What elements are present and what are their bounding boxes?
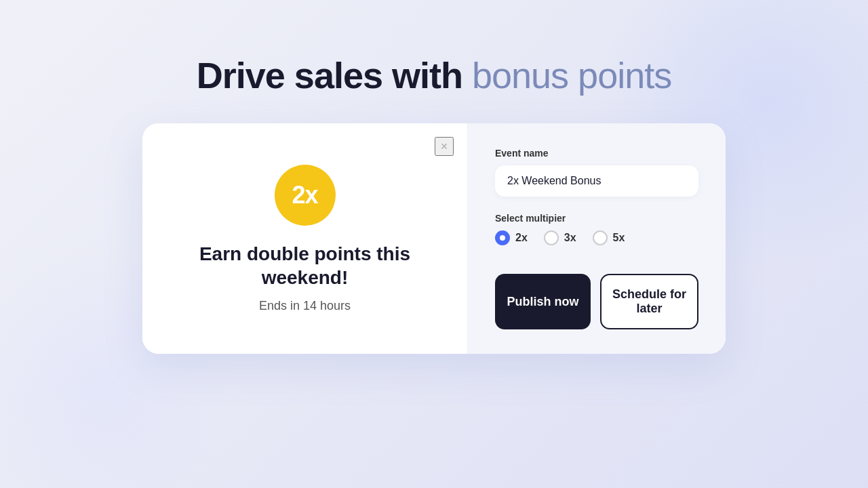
preview-headline: Earn double points this weekend! [170, 242, 440, 289]
bonus-badge-text: 2x [292, 181, 317, 209]
multiplier-label-3x: 3x [564, 232, 576, 244]
radio-5x[interactable] [593, 230, 608, 245]
multiplier-options: 2x 3x 5x [495, 230, 698, 245]
event-name-input[interactable] [495, 165, 698, 197]
multiplier-field-group: Select multipier 2x 3x 5x [495, 213, 698, 245]
action-buttons: Publish now Schedule for later [495, 274, 698, 329]
main-card: × 2x Earn double points this weekend! En… [142, 123, 726, 354]
event-name-label: Event name [495, 148, 698, 159]
settings-panel: Event name Select multipier 2x 3x [468, 123, 726, 354]
multiplier-label-2x: 2x [515, 232, 528, 244]
publish-now-button[interactable]: Publish now [495, 274, 591, 329]
multiplier-label: Select multipier [495, 213, 698, 224]
page-title: Drive sales with bonus points [197, 54, 671, 96]
multiplier-option-3x[interactable]: 3x [544, 230, 576, 245]
multiplier-option-2x[interactable]: 2x [495, 230, 528, 245]
preview-subtext: Ends in 14 hours [259, 299, 351, 313]
close-button[interactable]: × [435, 137, 454, 156]
radio-2x[interactable] [495, 230, 510, 245]
multiplier-option-5x[interactable]: 5x [593, 230, 625, 245]
bonus-badge: 2x [275, 165, 336, 226]
schedule-later-button[interactable]: Schedule for later [600, 274, 698, 329]
close-icon: × [441, 140, 448, 154]
event-name-field-group: Event name [495, 148, 698, 197]
title-light: bonus points [462, 55, 671, 96]
title-bold: Drive sales with [197, 55, 462, 96]
preview-panel: × 2x Earn double points this weekend! En… [142, 123, 468, 354]
radio-inner-2x [500, 235, 505, 241]
multiplier-label-5x: 5x [613, 232, 625, 244]
radio-3x[interactable] [544, 230, 559, 245]
